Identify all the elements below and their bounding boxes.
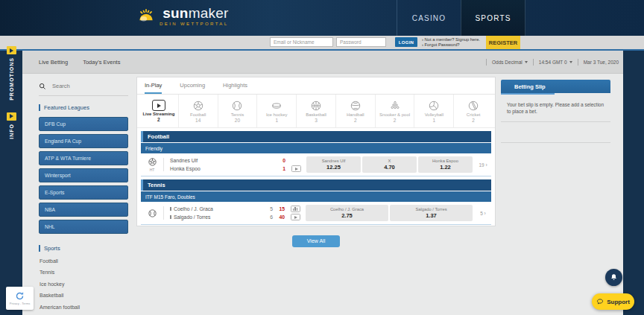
login-button[interactable]: LOGIN (395, 37, 417, 47)
tab-in-play[interactable]: In-Play (145, 82, 162, 94)
login-links: › Not a member? Signup here. › Forgot Pa… (422, 37, 480, 48)
main-column: In-Play Upcoming Highlights Live Streami… (136, 77, 496, 247)
sidebar-item-nba[interactable]: NBA (39, 203, 128, 217)
notifications-button[interactable] (605, 269, 622, 286)
tab-casino[interactable]: CASINO (397, 0, 461, 36)
odds-button-away[interactable]: Honka Espoo 1.22 (418, 156, 473, 173)
sidebar-item-basketball[interactable]: Basketball (39, 293, 128, 298)
filter-count: 3 (315, 118, 318, 123)
filter-tennis[interactable]: Tennis 20 (218, 95, 258, 127)
odds-name: Coelho / J. Graca (330, 207, 364, 211)
promotions-label: PROMOTIONS (9, 57, 14, 101)
divider (486, 59, 487, 66)
accent-bar (39, 104, 40, 111)
sidebar-item-dfb-cup[interactable]: DFB Cup (39, 117, 128, 131)
more-markets-link[interactable]: 19 › (475, 162, 491, 168)
sidebar-item-nhl[interactable]: NHL (39, 220, 128, 234)
info-icon (7, 112, 16, 121)
forgot-password-link[interactable]: › Forgot Password? (422, 42, 480, 48)
sidebar-item-tennis[interactable]: Tennis (39, 270, 128, 275)
filter-snooker[interactable]: Snooker & pool 2 (376, 95, 415, 127)
filter-cricket[interactable]: Cricket 2 (454, 95, 493, 127)
filter-label: Tennis (231, 112, 244, 117)
support-button[interactable]: Support (592, 293, 634, 310)
odds-button-home[interactable]: Sandnes Ulf 12.25 (306, 156, 361, 173)
home-sets: 5 (265, 206, 273, 211)
email-input[interactable] (270, 37, 333, 47)
set-scores: 5 6 (265, 206, 273, 220)
brand-wordmark: sunmaker (162, 6, 228, 21)
match-actions (285, 206, 306, 220)
chevron-down-icon (525, 61, 528, 63)
tab-highlights[interactable]: Highlights (223, 82, 247, 94)
filter-live-streaming[interactable]: Live Streaming 2 (139, 95, 179, 127)
away-score: 1 (274, 166, 285, 171)
betting-slip-header[interactable]: Betting Slip (501, 80, 610, 93)
filter-football[interactable]: Football 14 (179, 95, 218, 127)
timezone-select[interactable]: 14:54 GMT 0 (539, 60, 572, 65)
filter-count: 2 (472, 118, 475, 123)
register-button[interactable]: REGISTER (486, 36, 520, 49)
brand-logo[interactable]: sunmaker DEIN WETTPORTAL (136, 6, 228, 27)
football-icon (148, 157, 157, 167)
filter-ice-hockey[interactable]: Ice hockey 1 (257, 95, 297, 127)
left-sidebar: Featured Leagues DFB Cup England FA Cup … (39, 82, 128, 310)
odds-format-select[interactable]: Odds Decimal (492, 60, 528, 65)
tab-sports[interactable]: SPORTS (461, 0, 525, 36)
more-markets-link[interactable]: 5 › (475, 211, 491, 216)
match-row-football[interactable]: HT Sandnes Ulf Honka Espoo 0 1 San (141, 153, 491, 176)
odds-name: Honka Espoo (432, 159, 458, 163)
odds-button-draw[interactable]: X 4.70 (362, 156, 417, 173)
chevron-down-icon (569, 61, 572, 63)
password-input[interactable] (336, 37, 386, 47)
odds-group: Coelho / J. Graca 2.75 Salgado / Torres … (306, 205, 473, 221)
featured-leagues-title: Featured Leagues (39, 104, 128, 111)
sidebar-item-england-fa-cup[interactable]: England FA Cup (39, 134, 128, 148)
handball-icon (350, 100, 362, 112)
todays-events-link[interactable]: Today's Events (83, 59, 120, 66)
filter-volleyball[interactable]: Volleyball 1 (414, 95, 454, 127)
sport-filter-row: Live Streaming 2 Football 14 (137, 95, 495, 128)
signup-link[interactable]: › Not a member? Signup here. (422, 37, 480, 42)
football-icon (192, 100, 204, 112)
league-bar-friendly[interactable]: Friendly (141, 143, 491, 153)
recaptcha-badge[interactable]: Privacy - Terms (6, 287, 34, 310)
view-all-button[interactable]: View All (292, 235, 340, 247)
volleyball-icon (428, 100, 440, 112)
filter-basketball[interactable]: Basketball 3 (297, 95, 336, 127)
date-label: Mar 3 Tue, 2020 (584, 60, 619, 65)
point-scores: 15 40 (273, 206, 285, 220)
sidebar-item-wintersport[interactable]: Wintersport (39, 168, 128, 182)
sports-title: Sports (39, 245, 128, 252)
sidebar-item-atp-wta[interactable]: ATP & WTA Turniere (39, 151, 128, 165)
info-tab[interactable]: INFO (7, 112, 16, 139)
search-input[interactable] (51, 82, 121, 90)
sidebar-item-football[interactable]: Football (39, 258, 128, 264)
live-stream-button[interactable] (291, 165, 301, 172)
live-streaming-icon (152, 100, 165, 111)
search-box[interactable] (39, 82, 128, 96)
sidebar-item-american-football[interactable]: American football (39, 305, 128, 310)
stats-button[interactable] (291, 206, 300, 212)
match-sport-icon (141, 209, 163, 218)
promotions-tab[interactable]: PROMOTIONS (7, 46, 16, 101)
section-title: Football (148, 133, 169, 140)
live-betting-link[interactable]: Live Betting (39, 59, 68, 66)
league-label: ITF M15 Faro, Doubles (145, 194, 195, 200)
filter-count: 1 (275, 118, 278, 123)
sidebar-item-esports[interactable]: E-Sports (39, 185, 128, 200)
league-bar-itf[interactable]: ITF M15 Faro, Doubles (141, 191, 491, 202)
odds-button-home[interactable]: Coelho / J. Graca 2.75 (306, 205, 388, 221)
filter-handball[interactable]: Handball 2 (336, 95, 376, 127)
filter-count: 1 (433, 118, 436, 123)
odds-button-away[interactable]: Salgado / Torres 1.37 (390, 205, 473, 221)
odds-value: 1.37 (426, 212, 437, 219)
sidebar-item-ice-hockey[interactable]: Ice hockey (39, 281, 128, 287)
live-stream-button[interactable] (291, 214, 300, 220)
tab-upcoming[interactable]: Upcoming (180, 82, 205, 94)
betting-slip-panel: Betting Slip Your bet slip is empty. Ple… (501, 80, 610, 143)
info-label: INFO (9, 124, 14, 139)
brand-bold: sun (162, 5, 188, 21)
match-status: HT (150, 168, 155, 172)
match-row-tennis[interactable]: Coelho / J. Graca Salgado / Torres 5 6 1… (141, 202, 491, 225)
